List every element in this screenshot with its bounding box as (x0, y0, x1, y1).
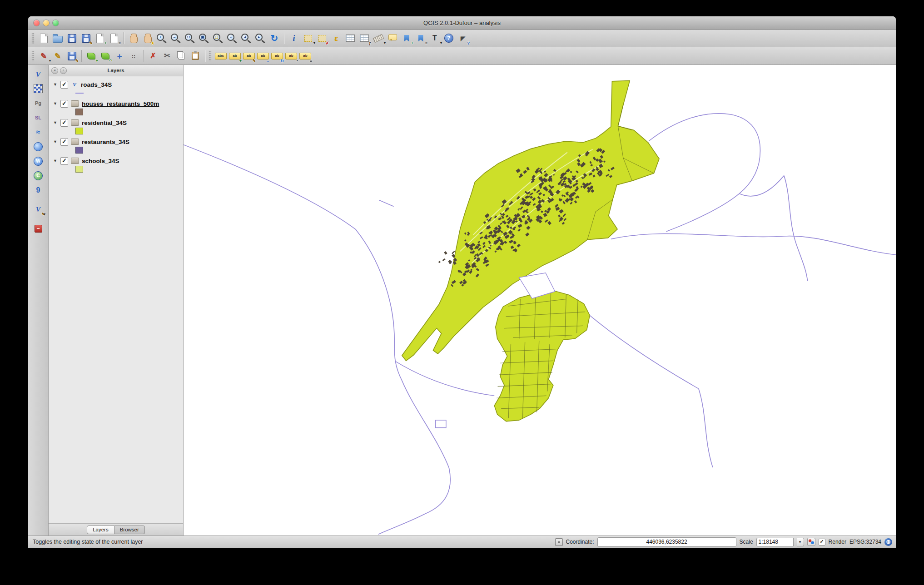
zoom-last-button[interactable]: ◂ (239, 31, 253, 45)
map-refresh-button[interactable]: ↻ (268, 31, 281, 45)
add-wfs-layer-button[interactable]: 9 (31, 183, 45, 197)
label-pin-button[interactable]: ab• (284, 49, 298, 63)
add-mssql-layer-button[interactable]: ≈ (31, 125, 45, 139)
toggle-editing-button[interactable]: ✎ (51, 49, 65, 63)
select-features-button[interactable] (301, 31, 315, 45)
new-print-composer-button[interactable]: + (93, 31, 107, 45)
tab-browser[interactable]: Browser (114, 526, 145, 534)
zoom-full-button[interactable]: ▣ (197, 31, 211, 45)
open-attribute-table-button[interactable] (343, 31, 357, 45)
label-add-button[interactable]: ab+ (228, 49, 242, 63)
add-postgis-layer-button[interactable]: Pg (31, 96, 45, 110)
label-properties-button[interactable]: ab≡ (298, 49, 312, 63)
map-tips-button[interactable] (386, 31, 399, 45)
move-feature-button[interactable]: + (113, 49, 126, 63)
label-rotate-button[interactable]: ab↻ (270, 49, 284, 63)
select-by-expression-button[interactable]: ε (329, 31, 343, 45)
show-bookmarks-button[interactable]: ≡ (414, 31, 427, 45)
save-project-as-button[interactable]: ✎ (79, 31, 93, 45)
coordinate-input[interactable] (597, 537, 736, 547)
remove-layer-button[interactable]: − (31, 222, 45, 235)
help-contents-button[interactable]: ? (442, 31, 456, 45)
expand-triangle-icon[interactable]: ▼ (53, 120, 58, 125)
add-circular-string-button[interactable]: ◠ (99, 49, 112, 63)
render-checkbox[interactable]: ✓ (819, 539, 825, 545)
layer-swatch[interactable] (75, 147, 83, 154)
toolbar-grip[interactable] (209, 50, 212, 61)
pan-map-button[interactable] (127, 31, 140, 45)
copy-features-button[interactable] (174, 49, 188, 63)
panel-close-button[interactable]: × (51, 67, 58, 74)
close-window-button[interactable] (34, 20, 40, 26)
layer-swatch[interactable] (75, 166, 83, 173)
open-project-button[interactable] (51, 31, 65, 45)
label-move-button[interactable]: ab↔ (256, 49, 270, 63)
expand-triangle-icon[interactable]: ▼ (53, 159, 58, 163)
layer-name[interactable]: residential_34S (82, 119, 127, 126)
zoom-in-button[interactable]: + (155, 31, 169, 45)
deselect-features-button[interactable]: ✗ (315, 31, 329, 45)
layer-checkbox[interactable]: ✓ (60, 100, 68, 108)
current-edits-button[interactable]: ✎ (37, 49, 50, 63)
zoom-next-button[interactable]: ▸ (253, 31, 267, 45)
measure-button[interactable] (372, 31, 385, 45)
save-layer-edits-button[interactable]: ✎ (65, 49, 79, 63)
expand-triangle-icon[interactable]: ▼ (53, 82, 58, 87)
add-vector-layer-button[interactable]: V (31, 67, 45, 81)
layer-checkbox[interactable]: ✓ (60, 81, 68, 89)
minimize-window-button[interactable] (43, 20, 49, 26)
new-vector-layer-button[interactable]: V✎ (31, 203, 45, 216)
expand-triangle-icon[interactable]: ▼ (53, 139, 58, 144)
new-project-button[interactable] (37, 31, 50, 45)
text-annotation-button[interactable]: T (428, 31, 442, 45)
composer-manager-button[interactable]: ≡ (107, 31, 121, 45)
zoom-to-selection-button[interactable]: ▢ (211, 31, 225, 45)
layer-name[interactable]: roads_34S (81, 81, 112, 88)
pan-to-selection-button[interactable]: ★ (141, 31, 154, 45)
add-spatialite-layer-button[interactable]: SL (31, 111, 45, 124)
labeling-button[interactable]: abc (214, 49, 228, 63)
zoom-out-button[interactable]: − (169, 31, 183, 45)
new-bookmark-button[interactable]: + (400, 31, 413, 45)
add-oracle-layer-button[interactable] (31, 140, 45, 154)
layer-type-icon (71, 119, 79, 126)
paste-features-button[interactable] (189, 49, 202, 63)
tab-layers[interactable]: Layers (87, 526, 114, 534)
layer-name[interactable]: schools_34S (82, 158, 119, 164)
map-canvas[interactable] (184, 65, 896, 535)
cut-features-button[interactable]: ✂ (160, 49, 174, 63)
add-feature-button[interactable]: + (84, 49, 98, 63)
whats-this-button[interactable]: ◤? (456, 31, 470, 45)
delete-selected-button[interactable]: ✗ (146, 49, 160, 63)
layer-swatch[interactable] (75, 128, 83, 134)
add-raster-layer-button[interactable] (31, 82, 45, 95)
toolbar-grip[interactable] (31, 50, 35, 61)
expand-triangle-icon[interactable]: ▼ (53, 101, 58, 106)
add-wcs-layer-button[interactable]: C (31, 169, 45, 183)
layer-checkbox[interactable]: ✓ (60, 138, 68, 146)
title-bar[interactable]: QGIS 2.0.1-Dufour – analysis (28, 16, 896, 30)
crs-status-icon[interactable]: ⊕ (884, 538, 892, 546)
mouse-position-icon[interactable] (555, 538, 563, 546)
scale-combo[interactable]: 1:18148 (756, 538, 794, 546)
zoom-to-layer-button[interactable]: ≡ (225, 31, 239, 45)
layer-name[interactable]: houses_restaurants_500m (82, 100, 159, 107)
layer-swatch[interactable] (75, 109, 83, 115)
toolbar-grip[interactable] (31, 33, 35, 44)
zoom-native-button[interactable]: 1:1 (183, 31, 197, 45)
layer-checkbox[interactable]: ✓ (60, 119, 68, 127)
node-tool-button[interactable]: :: (127, 49, 140, 63)
panel-float-button[interactable]: ▫ (60, 67, 67, 74)
zoom-window-button[interactable] (53, 20, 59, 26)
scale-combo-arrow-icon[interactable]: ▾ (797, 538, 804, 546)
save-project-button[interactable] (65, 31, 79, 45)
layer-checkbox[interactable]: ✓ (60, 157, 68, 165)
layers-panel-header[interactable]: × ▫ Layers (49, 65, 183, 76)
add-wms-layer-button[interactable]: W (31, 154, 45, 168)
identify-features-button[interactable]: i (287, 31, 301, 45)
render-quality-icon[interactable] (807, 538, 815, 546)
label-change-button[interactable]: ab✎ (242, 49, 256, 63)
layer-name[interactable]: restaurants_34S (82, 139, 129, 145)
layer-swatch[interactable] (75, 93, 84, 94)
field-calculator-button[interactable]: ƒ (358, 31, 371, 45)
